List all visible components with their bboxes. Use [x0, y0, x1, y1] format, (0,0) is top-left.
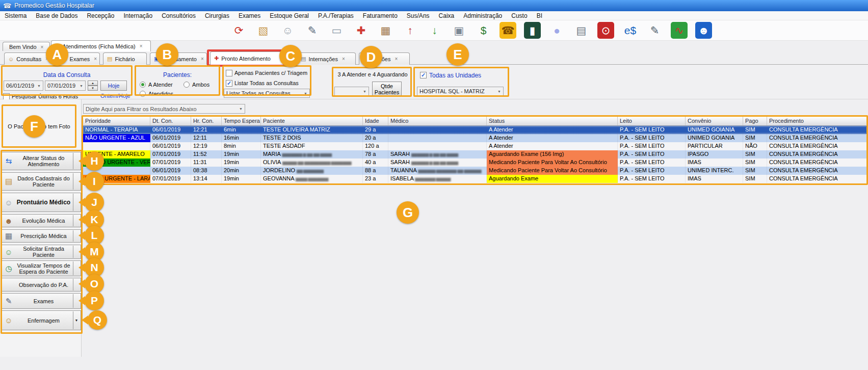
column-header[interactable]: Paciente — [261, 117, 363, 125]
safe-icon[interactable]: ▣ — [451, 22, 467, 39]
medical-form-icon[interactable]: ✎ — [304, 22, 321, 39]
menu-item[interactable]: P.A./Terapias — [313, 11, 358, 20]
menu-item[interactable]: Administração — [459, 11, 507, 20]
column-header[interactable]: Hr. Con. — [191, 117, 222, 125]
patient-book-icon[interactable]: ☻ — [695, 22, 712, 39]
cell-convenio: IPASGO — [686, 150, 743, 158]
hospital-bed-icon[interactable]: ▭ — [328, 22, 345, 39]
column-header[interactable]: Procedimento — [767, 117, 867, 125]
todas-unidades-checkbox[interactable] — [420, 72, 427, 78]
listar-todas-checkbox[interactable] — [226, 80, 232, 87]
cell-status: A Atender — [487, 134, 618, 142]
e-billing-icon[interactable]: e$ — [622, 22, 639, 39]
unidade-combobox[interactable]: HOSPITAL SQL - MATRIZ — [417, 87, 504, 96]
cell-procedimento: CONSULTA EMERGÊNCIA — [767, 167, 867, 175]
sidebar-button-solicitar-entrada[interactable]: ☺ Solicitar Entrada Paciente — [2, 245, 81, 259]
column-header[interactable]: Médico — [388, 117, 487, 125]
cell-procedimento: CONSULTA EMERGÊNCIA — [767, 126, 867, 134]
sidebar-button-dados-cadastrais[interactable]: ▤ Dados Cadastrais do Paciente — [2, 172, 81, 191]
tab-bem-vindo[interactable]: Bem Vindo × — [3, 42, 50, 51]
column-header[interactable]: Idade — [363, 117, 388, 125]
tab-close-icon[interactable]: × — [342, 56, 345, 62]
cell-status: Medicando Paciente Para Voltar Ao Consul… — [487, 158, 618, 167]
results-filter-input[interactable]: Digite Aqui para Filtrar os Resultados A… — [83, 104, 245, 114]
column-header[interactable]: Dt. Con. — [150, 117, 191, 125]
column-header[interactable]: Prioridade — [83, 117, 150, 125]
cell-convenio: IMAS — [686, 175, 743, 183]
table-row[interactable]: URGENTE - AMARELO 07/01/2019 11:52 19min… — [83, 150, 867, 158]
column-header[interactable]: Pago — [743, 117, 767, 125]
hoje-button[interactable]: Hoje — [100, 81, 127, 91]
tab-close-icon[interactable]: × — [201, 56, 204, 62]
cell-idade: 88 a — [363, 167, 388, 175]
ambos-radio[interactable] — [183, 82, 190, 88]
tab-close-icon[interactable]: × — [94, 56, 97, 62]
sidebar-button-alterar-status[interactable]: ⇆ Alterar Status do Atendimento — [2, 152, 81, 170]
listar-todas-combobox[interactable]: Listar Todas as Consultas — [224, 89, 310, 98]
phonebook-icon[interactable]: ☎ — [499, 22, 516, 39]
stock-up-icon[interactable]: ↑ — [402, 22, 418, 39]
supplies-icon[interactable]: ▦ — [377, 22, 394, 39]
ledger-book-icon[interactable]: ▮ — [524, 22, 541, 39]
tab-close-icon[interactable]: × — [394, 56, 398, 62]
tab-internacoes[interactable]: ▤ Internações × — [297, 52, 356, 65]
patient-folder-icon[interactable]: ▧ — [255, 22, 272, 39]
sidebar-button-enfermagem[interactable]: ☺ Enfermagem ▼ — [2, 310, 81, 330]
menu-item[interactable]: Caixa — [434, 11, 459, 20]
menu-item[interactable]: BI — [532, 11, 547, 20]
chat-icon[interactable]: ● — [548, 22, 565, 39]
menu-item[interactable]: Base de Dados — [31, 11, 82, 20]
ambulance-icon[interactable]: ✚ — [353, 22, 370, 39]
ontem-hoje-link[interactable]: Ontem/Hoje — [100, 93, 127, 99]
cell-convenio: IMAS — [686, 158, 743, 167]
tab-close-icon[interactable]: × — [140, 43, 143, 49]
menu-item[interactable]: Custo — [507, 11, 532, 20]
date-from-combobox[interactable]: 06/01/2019 — [4, 81, 43, 91]
sidebar-button-tempos-espera[interactable]: ◷ Visualizar Tempos de Espera do Pacient… — [2, 260, 81, 276]
cell-hr-con: 11:52 — [191, 150, 222, 158]
menu-item[interactable]: Cirurgias — [200, 11, 234, 20]
column-header[interactable]: Leito — [618, 117, 686, 125]
a-atender-radio[interactable] — [140, 82, 146, 88]
menu-item[interactable]: Faturamento — [358, 11, 402, 20]
date-to-combobox[interactable]: 07/01/2019 — [45, 81, 86, 91]
qtde-pacientes-button[interactable]: Qtde Pacientes — [372, 82, 402, 97]
menu-item[interactable]: Exames — [234, 11, 265, 20]
table-row[interactable]: 06/01/2019 12:19 8min TESTE ASDADF 120 a… — [83, 142, 867, 150]
column-header[interactable]: Tempo Espera — [222, 117, 261, 125]
date-spinner-down[interactable]: ▼ — [88, 86, 98, 91]
menu-item[interactable]: Internação — [119, 11, 157, 20]
menu-item[interactable]: Consultórios — [157, 11, 200, 20]
refresh-users-icon[interactable]: ⟳ — [230, 22, 247, 39]
menu-item[interactable]: Sus/Ans — [402, 11, 434, 20]
tab-close-icon[interactable]: × — [41, 44, 44, 50]
atendidos-radio[interactable] — [140, 91, 146, 97]
table-row[interactable]: MUITO URGENTE - LARANJA 07/01/2019 13:14… — [83, 175, 867, 183]
apenas-triagem-checkbox[interactable] — [226, 70, 232, 76]
billing-calculator-icon[interactable]: $ — [475, 22, 492, 39]
menu-item[interactable]: Sistema — [0, 11, 31, 20]
sidebar-button-evolucao-medica[interactable]: ☻ Evolução Médica — [2, 214, 81, 227]
status-filter-combobox[interactable] — [334, 87, 369, 96]
menu-item[interactable]: Estoque Geral — [265, 11, 313, 20]
column-header[interactable]: Status — [487, 117, 618, 125]
table-row[interactable]: NORMAL - TERAPIA 06/01/2019 12:21 6min T… — [83, 126, 867, 134]
sidebar-button-exames[interactable]: ✎ Exames — [2, 293, 81, 309]
column-header[interactable]: Convênio — [686, 117, 743, 125]
power-icon[interactable]: ⊙ — [597, 22, 614, 39]
doctor-icon[interactable]: ☺ — [279, 22, 296, 39]
tab-fichario[interactable]: ▤ Fichário — [103, 52, 147, 65]
invoice-icon[interactable]: ▤ — [573, 22, 590, 39]
money-down-icon[interactable]: ↓ — [426, 22, 443, 39]
date-spinner-up[interactable]: ▲ — [88, 81, 98, 86]
sidebar-button-observacao-pa[interactable]: Observação do P.A. — [2, 278, 81, 292]
sidebar-button-prescricao-medica[interactable]: ▦ Prescrição Médica — [2, 229, 81, 243]
dropdown-arrow-icon[interactable]: ▼ — [73, 311, 80, 329]
table-row[interactable]: 06/01/2019 08:38 20min JORDELINO ▆▆ ▆▆▆▆… — [83, 167, 867, 175]
menu-item[interactable]: Recepção — [82, 11, 119, 20]
vitals-book-icon[interactable]: ∿ — [671, 22, 688, 39]
sidebar-button-prontuario-medico[interactable]: ☺ Prontuário Médico — [2, 193, 81, 212]
table-row[interactable]: NÃO URGENTE - AZUL 06/01/2019 12:11 16mi… — [83, 134, 867, 142]
table-row[interactable]: POUCO URGENTE - VERDE 07/01/2019 11:31 1… — [83, 158, 867, 167]
exam-request-icon[interactable]: ✎ — [646, 22, 663, 39]
